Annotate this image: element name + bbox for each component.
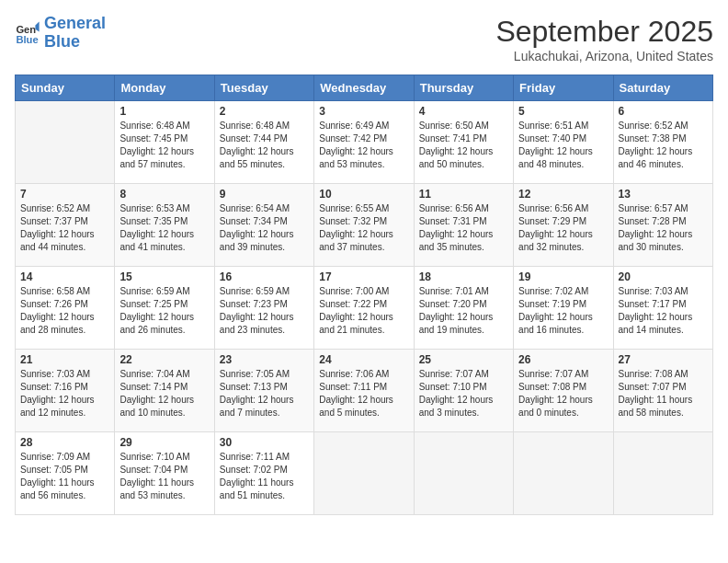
calendar-body: 1Sunrise: 6:48 AMSunset: 7:45 PMDaylight… (16, 101, 713, 515)
day-header-thursday: Thursday (414, 75, 513, 101)
calendar-week-row: 7Sunrise: 6:52 AMSunset: 7:37 PMDaylight… (16, 184, 713, 267)
day-number: 19 (518, 270, 608, 283)
calendar-cell: 23Sunrise: 7:05 AMSunset: 7:13 PMDayligh… (214, 350, 313, 432)
day-info: Sunrise: 7:01 AMSunset: 7:20 PMDaylight:… (419, 285, 508, 337)
day-info: Sunrise: 7:05 AMSunset: 7:13 PMDaylight:… (220, 368, 309, 419)
svg-text:Gen: Gen (16, 24, 36, 35)
day-info: Sunrise: 6:55 AMSunset: 7:32 PMDaylight:… (319, 202, 408, 254)
day-number: 3 (319, 105, 408, 118)
day-header-wednesday: Wednesday (314, 75, 414, 101)
day-info: Sunrise: 6:59 AMSunset: 7:23 PMDaylight:… (220, 285, 309, 337)
day-info: Sunrise: 6:48 AMSunset: 7:45 PMDaylight:… (119, 120, 209, 171)
day-number: 1 (119, 105, 209, 118)
location-subtitle: Lukachukai, Arizona, United States (495, 49, 713, 63)
day-number: 24 (319, 353, 408, 366)
day-number: 22 (119, 353, 209, 366)
day-info: Sunrise: 6:54 AMSunset: 7:34 PMDaylight:… (220, 202, 309, 254)
calendar-cell: 22Sunrise: 7:04 AMSunset: 7:14 PMDayligh… (115, 350, 214, 432)
calendar-cell (314, 432, 414, 515)
calendar-cell: 25Sunrise: 7:07 AMSunset: 7:10 PMDayligh… (414, 350, 513, 432)
calendar-cell (514, 432, 613, 515)
day-number: 13 (619, 188, 708, 201)
day-header-friday: Friday (514, 75, 613, 101)
calendar-cell: 2Sunrise: 6:48 AMSunset: 7:44 PMDaylight… (214, 101, 313, 184)
day-info: Sunrise: 7:07 AMSunset: 7:10 PMDaylight:… (419, 368, 508, 419)
logo-icon: Gen Blue (15, 20, 40, 46)
day-number: 7 (20, 188, 109, 201)
calendar-cell: 8Sunrise: 6:53 AMSunset: 7:35 PMDaylight… (115, 184, 214, 267)
calendar-cell: 4Sunrise: 6:50 AMSunset: 7:41 PMDaylight… (414, 101, 513, 184)
calendar-cell: 27Sunrise: 7:08 AMSunset: 7:07 PMDayligh… (613, 350, 712, 432)
day-header-tuesday: Tuesday (214, 75, 313, 101)
calendar-cell (613, 432, 712, 515)
calendar-cell: 1Sunrise: 6:48 AMSunset: 7:45 PMDaylight… (115, 101, 214, 184)
day-info: Sunrise: 6:57 AMSunset: 7:28 PMDaylight:… (619, 202, 708, 254)
title-block: September 2025 Lukachukai, Arizona, Unit… (495, 15, 713, 63)
calendar-cell: 21Sunrise: 7:03 AMSunset: 7:16 PMDayligh… (16, 350, 115, 432)
calendar-cell (414, 432, 513, 515)
calendar-cell: 29Sunrise: 7:10 AMSunset: 7:04 PMDayligh… (115, 432, 214, 515)
calendar-week-row: 28Sunrise: 7:09 AMSunset: 7:05 PMDayligh… (16, 432, 713, 515)
day-info: Sunrise: 6:53 AMSunset: 7:35 PMDaylight:… (119, 202, 209, 254)
calendar-cell: 15Sunrise: 6:59 AMSunset: 7:25 PMDayligh… (115, 267, 214, 350)
day-number: 25 (419, 353, 508, 366)
calendar-week-row: 21Sunrise: 7:03 AMSunset: 7:16 PMDayligh… (16, 350, 713, 432)
calendar-cell: 14Sunrise: 6:58 AMSunset: 7:26 PMDayligh… (16, 267, 115, 350)
calendar-cell: 3Sunrise: 6:49 AMSunset: 7:42 PMDaylight… (314, 101, 414, 184)
day-info: Sunrise: 7:03 AMSunset: 7:16 PMDaylight:… (20, 368, 109, 419)
day-info: Sunrise: 6:52 AMSunset: 7:37 PMDaylight:… (20, 202, 109, 254)
day-number: 16 (220, 270, 309, 283)
calendar-cell: 7Sunrise: 6:52 AMSunset: 7:37 PMDaylight… (16, 184, 115, 267)
calendar-cell: 19Sunrise: 7:02 AMSunset: 7:19 PMDayligh… (514, 267, 613, 350)
day-number: 23 (220, 353, 309, 366)
day-info: Sunrise: 6:56 AMSunset: 7:31 PMDaylight:… (419, 202, 508, 254)
calendar-cell: 13Sunrise: 6:57 AMSunset: 7:28 PMDayligh… (613, 184, 712, 267)
day-number: 2 (220, 105, 309, 118)
calendar-cell: 28Sunrise: 7:09 AMSunset: 7:05 PMDayligh… (16, 432, 115, 515)
calendar-cell: 6Sunrise: 6:52 AMSunset: 7:38 PMDaylight… (613, 101, 712, 184)
day-header-saturday: Saturday (613, 75, 712, 101)
day-info: Sunrise: 6:56 AMSunset: 7:29 PMDaylight:… (518, 202, 608, 254)
day-number: 6 (619, 105, 708, 118)
calendar-cell: 9Sunrise: 6:54 AMSunset: 7:34 PMDaylight… (214, 184, 313, 267)
day-info: Sunrise: 7:11 AMSunset: 7:02 PMDaylight:… (220, 451, 309, 502)
day-info: Sunrise: 6:52 AMSunset: 7:38 PMDaylight:… (619, 120, 708, 171)
day-number: 18 (419, 270, 508, 283)
calendar-cell (16, 101, 115, 184)
day-info: Sunrise: 6:48 AMSunset: 7:44 PMDaylight:… (220, 120, 309, 171)
calendar-cell: 20Sunrise: 7:03 AMSunset: 7:17 PMDayligh… (613, 267, 712, 350)
calendar-cell: 18Sunrise: 7:01 AMSunset: 7:20 PMDayligh… (414, 267, 513, 350)
calendar-week-row: 14Sunrise: 6:58 AMSunset: 7:26 PMDayligh… (16, 267, 713, 350)
day-info: Sunrise: 7:06 AMSunset: 7:11 PMDaylight:… (319, 368, 408, 419)
day-info: Sunrise: 7:04 AMSunset: 7:14 PMDaylight:… (119, 368, 209, 419)
day-number: 8 (119, 188, 209, 201)
svg-text:Blue: Blue (16, 34, 38, 45)
logo-text2: Blue (44, 33, 106, 52)
calendar-cell: 12Sunrise: 6:56 AMSunset: 7:29 PMDayligh… (514, 184, 613, 267)
calendar-cell: 17Sunrise: 7:00 AMSunset: 7:22 PMDayligh… (314, 267, 414, 350)
day-info: Sunrise: 7:03 AMSunset: 7:17 PMDaylight:… (619, 285, 708, 337)
day-number: 26 (518, 353, 608, 366)
day-number: 21 (20, 353, 109, 366)
logo-text: General (44, 15, 106, 33)
day-number: 5 (518, 105, 608, 118)
calendar-cell: 16Sunrise: 6:59 AMSunset: 7:23 PMDayligh… (214, 267, 313, 350)
day-info: Sunrise: 7:02 AMSunset: 7:19 PMDaylight:… (518, 285, 608, 337)
calendar-week-row: 1Sunrise: 6:48 AMSunset: 7:45 PMDaylight… (16, 101, 713, 184)
calendar-cell: 24Sunrise: 7:06 AMSunset: 7:11 PMDayligh… (314, 350, 414, 432)
day-info: Sunrise: 6:49 AMSunset: 7:42 PMDaylight:… (319, 120, 408, 171)
day-info: Sunrise: 7:08 AMSunset: 7:07 PMDaylight:… (619, 368, 708, 419)
calendar-cell: 26Sunrise: 7:07 AMSunset: 7:08 PMDayligh… (514, 350, 613, 432)
day-info: Sunrise: 6:59 AMSunset: 7:25 PMDaylight:… (119, 285, 209, 337)
day-info: Sunrise: 6:50 AMSunset: 7:41 PMDaylight:… (419, 120, 508, 171)
day-number: 10 (319, 188, 408, 201)
page-header: Gen Blue General Blue September 2025 Luk… (15, 15, 713, 63)
calendar-cell: 10Sunrise: 6:55 AMSunset: 7:32 PMDayligh… (314, 184, 414, 267)
calendar-table: SundayMondayTuesdayWednesdayThursdayFrid… (15, 75, 713, 515)
calendar-cell: 11Sunrise: 6:56 AMSunset: 7:31 PMDayligh… (414, 184, 513, 267)
calendar-header-row: SundayMondayTuesdayWednesdayThursdayFrid… (16, 75, 713, 101)
day-number: 12 (518, 188, 608, 201)
day-number: 20 (619, 270, 708, 283)
day-info: Sunrise: 7:10 AMSunset: 7:04 PMDaylight:… (119, 451, 209, 502)
calendar-cell: 30Sunrise: 7:11 AMSunset: 7:02 PMDayligh… (214, 432, 313, 515)
